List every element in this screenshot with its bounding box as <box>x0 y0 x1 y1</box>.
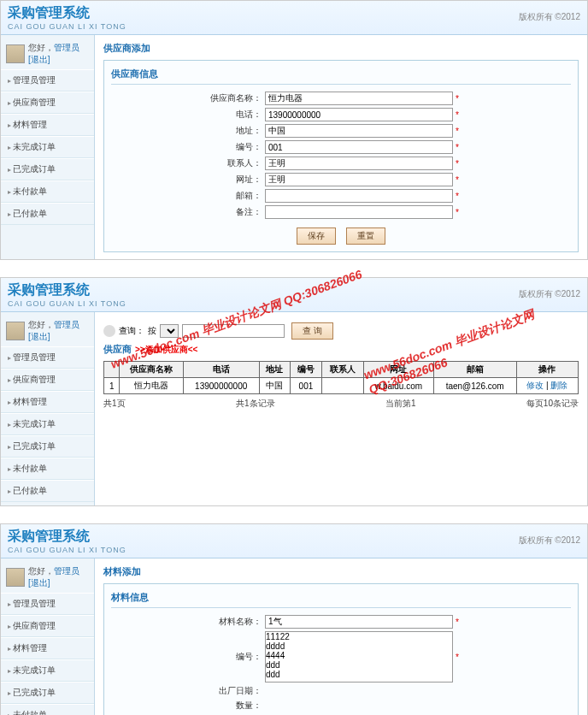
menu-admin[interactable]: 管理员管理 <box>1 69 94 92</box>
avatar <box>6 44 25 63</box>
menu-done-order[interactable]: 已完成订单 <box>1 682 94 704</box>
sidebar: 您好，管理员 [退出] 管理员管理 供应商管理 材料管理 未完成订单 已完成订单… <box>1 312 95 505</box>
search-by: 按 <box>148 325 156 337</box>
cell-idx: 1 <box>104 378 120 394</box>
username: 管理员 <box>54 43 79 52</box>
menu-material[interactable]: 材料管理 <box>1 114 94 136</box>
edit-link[interactable]: 修改 <box>526 381 544 390</box>
label-matname: 材料名称： <box>111 616 265 628</box>
input-matname[interactable] <box>265 615 453 629</box>
th-name: 供应商名称 <box>120 362 184 378</box>
label-matdate: 出厂日期： <box>111 685 265 697</box>
th-url: 网址 <box>363 362 433 378</box>
search-button[interactable]: 查 询 <box>291 322 333 340</box>
avatar <box>6 568 25 587</box>
required-star: * <box>456 110 459 120</box>
logout-link[interactable]: [退出] <box>28 54 79 66</box>
input-contact[interactable] <box>265 157 453 170</box>
required-star: * <box>456 94 459 103</box>
reset-button[interactable]: 重置 <box>346 228 385 245</box>
copyright: 版权所有 ©2012 <box>519 535 580 547</box>
add-supplier-link[interactable]: >>添加供应商<< <box>135 345 197 354</box>
search-input[interactable] <box>182 324 285 338</box>
cell-phone: 13900000000 <box>183 378 259 394</box>
th-email: 邮箱 <box>433 362 516 378</box>
table-row: 1 恒力电器 13900000000 中国 001 w.baidu.com ta… <box>104 378 579 394</box>
input-url[interactable] <box>265 173 453 186</box>
label-matqty: 数量： <box>111 700 265 712</box>
username: 管理员 <box>54 320 79 329</box>
label-contact: 联系人： <box>111 157 265 169</box>
search-select[interactable] <box>160 324 179 338</box>
menu-pending-order[interactable]: 未完成订单 <box>1 659 94 682</box>
menu-unpaid[interactable]: 未付款单 <box>1 704 94 715</box>
avatar <box>6 322 25 340</box>
th-idx <box>104 362 120 378</box>
required-star: * <box>456 192 459 201</box>
menu-supplier[interactable]: 供应商管理 <box>1 369 94 391</box>
label-phone: 电话： <box>111 109 265 121</box>
required-star: * <box>456 653 459 662</box>
app-subtitle: CAI GOU GUAN LI XI TONG <box>8 22 580 31</box>
app-title: 采购管理系统 <box>8 281 580 299</box>
menu-material[interactable]: 材料管理 <box>1 391 94 413</box>
app-title: 采购管理系统 <box>8 4 580 22</box>
search-icon <box>103 325 115 337</box>
label-url: 网址： <box>111 174 265 186</box>
logout-link[interactable]: [退出] <box>28 577 79 589</box>
pager-perpage: 每页10条记录 <box>526 398 579 410</box>
input-code[interactable] <box>265 140 453 154</box>
logout-link[interactable]: [退出] <box>28 331 79 343</box>
required-star: * <box>456 143 459 152</box>
th-phone: 电话 <box>183 362 259 378</box>
search-label: 查询： <box>119 325 144 337</box>
label-matcode: 编号： <box>111 651 265 663</box>
label-remark: 备注： <box>111 206 265 218</box>
cell-code: 001 <box>291 378 322 394</box>
save-button[interactable]: 保存 <box>297 228 336 245</box>
copyright: 版权所有 ©2012 <box>519 11 580 23</box>
menu-paid[interactable]: 已付款单 <box>1 203 94 225</box>
menu-done-order[interactable]: 已完成订单 <box>1 158 94 180</box>
menu-unpaid[interactable]: 未付款单 <box>1 180 94 203</box>
menu-pending-order[interactable]: 未完成订单 <box>1 136 94 158</box>
label-address: 地址： <box>111 125 265 137</box>
required-star: * <box>456 208 459 217</box>
cell-email: taen@126.com <box>433 378 516 394</box>
welcome-text: 您好， <box>28 566 54 576</box>
section-title: 供应商信息 <box>111 68 571 85</box>
required-star: * <box>456 618 459 627</box>
pager-total: 共1页 <box>103 398 126 410</box>
menu-admin[interactable]: 管理员管理 <box>1 346 94 369</box>
menu-supplier[interactable]: 供应商管理 <box>1 615 94 637</box>
th-contact: 联系人 <box>321 362 363 378</box>
welcome-text: 您好， <box>28 320 54 329</box>
input-matdetails[interactable]: 11122 dddd 4444 ddd ddd <box>265 631 453 682</box>
cell-addr: 中国 <box>259 378 291 394</box>
page-title: 供应商添加 <box>103 42 579 55</box>
app-subtitle: CAI GOU GUAN LI XI TONG <box>8 546 580 554</box>
cell-name: 恒力电器 <box>120 378 184 394</box>
input-phone[interactable] <box>265 108 453 121</box>
input-email[interactable] <box>265 189 453 203</box>
menu-supplier[interactable]: 供应商管理 <box>1 92 94 114</box>
menu-material[interactable]: 材料管理 <box>1 637 94 659</box>
menu-admin[interactable]: 管理员管理 <box>1 593 94 615</box>
pager-current: 当前第1 <box>385 398 416 410</box>
th-addr: 地址 <box>259 362 291 378</box>
menu-pending-order[interactable]: 未完成订单 <box>1 413 94 435</box>
menu-paid[interactable]: 已付款单 <box>1 480 94 502</box>
section-title: 材料信息 <box>111 591 571 608</box>
menu-unpaid[interactable]: 未付款单 <box>1 458 94 480</box>
app-subtitle: CAI GOU GUAN LI XI TONG <box>8 299 580 308</box>
username: 管理员 <box>54 566 79 576</box>
menu-done-order[interactable]: 已完成订单 <box>1 435 94 458</box>
copyright: 版权所有 ©2012 <box>519 288 580 300</box>
label-code: 编号： <box>111 141 265 153</box>
input-name[interactable] <box>265 92 453 105</box>
delete-link[interactable]: 删除 <box>550 381 567 390</box>
th-code: 编号 <box>291 362 322 378</box>
pager-records: 共1条记录 <box>236 398 275 410</box>
input-remark[interactable] <box>265 205 453 219</box>
input-address[interactable] <box>265 124 453 138</box>
